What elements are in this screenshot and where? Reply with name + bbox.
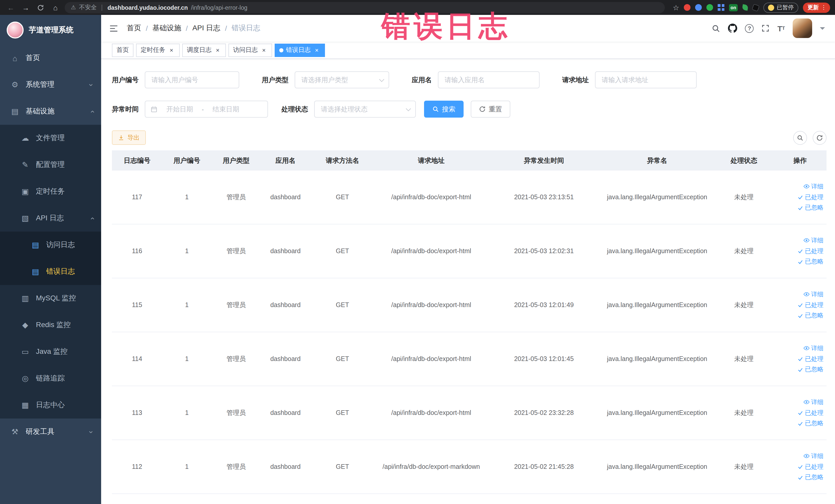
address-bar[interactable]: ⚠ 不安全 dashboard.yudao.iocoder.cn/infra/l… [65,2,665,13]
github-icon[interactable] [728,24,737,33]
avatar[interactable] [793,19,812,38]
cell-status: 未处理 [714,440,774,493]
forward-icon[interactable]: → [20,2,31,13]
url-host: dashboard.yudao.iocoder.cn [107,4,188,11]
hamburger-icon[interactable] [109,23,119,33]
ignored-link[interactable]: 已忽略 [797,258,823,266]
sidebar-item-trace[interactable]: ◎链路追踪 [0,365,101,392]
ignored-link[interactable]: 已忽略 [797,419,823,428]
sidebar-item-java[interactable]: ▭Java 监控 [0,338,101,365]
extension-green-icon[interactable] [707,4,713,11]
sidebar-item-mysql[interactable]: ▥MySQL 监控 [0,285,101,312]
end-date-input[interactable] [206,105,246,113]
cell-time: 2021-05-03 23:13:51 [488,170,600,224]
cell-method: GET [310,278,375,332]
detail-link[interactable]: 详细 [803,344,823,353]
column-header: 用户编号 [162,151,211,170]
sidebar-item-home[interactable]: ⌂首页 [0,45,101,72]
extension-pin-icon[interactable] [752,4,760,12]
detail-link[interactable]: 详细 [803,182,823,191]
sidebar-item-dev-tools[interactable]: ⚒研发工具› [0,419,101,445]
processed-link[interactable]: 已处理 [797,462,823,471]
tab-access-log[interactable]: 访问日志× [228,43,272,57]
sidebar-item-error-log[interactable]: ▤错误日志 [0,258,101,285]
app-name-input[interactable] [438,72,539,88]
tab-close-icon[interactable]: × [313,46,320,54]
breadcrumb-item[interactable]: 首页 [127,24,141,33]
processed-link[interactable]: 已处理 [797,355,823,363]
extension-grid-icon[interactable] [718,4,725,11]
start-date-input[interactable] [160,105,200,113]
check-icon [797,205,803,211]
breadcrumb-item[interactable]: 基础设施 [152,24,181,33]
help-icon[interactable]: ? [745,24,754,33]
paused-button[interactable]: 已暂停 [763,2,798,13]
cell-time: 2021-05-03 12:01:49 [488,278,600,332]
search-icon[interactable] [712,24,720,33]
bookmark-star-icon[interactable]: ☆ [673,3,679,12]
home-icon[interactable]: ⌂ [50,2,61,13]
exception-time-range-picker[interactable]: - [145,101,268,118]
process-status-select-input[interactable] [314,101,416,118]
toggle-search-button[interactable] [793,131,807,144]
warning-icon: ⚠ [71,4,76,11]
cell-app-name: dashboard [261,332,310,386]
sidebar-item-api-log[interactable]: ▧API 日志› [0,205,101,231]
detail-link[interactable]: 详细 [803,290,823,299]
user-type-select-input[interactable] [295,72,389,88]
check-icon [797,313,803,319]
detail-link[interactable]: 详细 [803,236,823,245]
extension-leaf-icon[interactable] [742,4,748,11]
sidebar-item-system[interactable]: ⚙系统管理› [0,72,101,98]
security-label: 不安全 [79,4,97,11]
chevron-down-icon: › [87,83,96,86]
chevron-down-icon[interactable] [820,27,825,32]
reset-button[interactable]: 重置 [471,101,510,118]
cell-method: GET [310,332,375,386]
refresh-button[interactable] [813,131,827,144]
logo[interactable]: 芋道管理系统 [0,15,101,45]
request-url-input[interactable] [595,72,697,88]
update-button[interactable]: 更新 ⋮ [803,2,830,13]
tab-close-icon[interactable]: × [168,46,175,54]
extension-red-icon[interactable] [684,4,691,11]
sidebar-item-job[interactable]: ▣定时任务 [0,178,101,205]
sidebar-item-infra[interactable]: ▤基础设施› [0,98,101,125]
processed-link[interactable]: 已处理 [797,247,823,256]
extension-on-badge[interactable]: on [729,4,738,11]
process-status-select[interactable] [314,101,416,118]
user-id-input[interactable] [145,72,239,88]
sidebar-item-redis[interactable]: ◆Redis 监控 [0,312,101,338]
tab-job[interactable]: 定时任务× [136,43,180,57]
tab-error-log[interactable]: 错误日志× [274,43,325,57]
tab-schedule-log[interactable]: 调度日志× [182,43,226,57]
user-type-select[interactable] [295,72,389,88]
detail-link[interactable]: 详细 [803,398,823,407]
ignored-link[interactable]: 已忽略 [797,311,823,320]
tab-close-icon[interactable]: × [260,46,267,54]
search-button[interactable]: 搜索 [424,101,464,118]
sidebar-item-label: Java 监控 [36,347,93,356]
sidebar-item-access-log[interactable]: ▤访问日志 [0,231,101,258]
export-button[interactable]: 导出 [112,130,146,145]
back-icon[interactable]: ← [5,2,16,13]
sidebar-item-config[interactable]: ✎配置管理 [0,152,101,178]
trace-icon: ◎ [21,374,30,383]
ignored-link[interactable]: 已忽略 [797,473,823,482]
reload-icon[interactable] [35,2,46,13]
processed-link[interactable]: 已处理 [797,301,823,309]
tab-home[interactable]: 首页 [112,43,134,57]
breadcrumb-item[interactable]: API 日志 [192,24,221,33]
ignored-link[interactable]: 已忽略 [797,204,823,212]
detail-link[interactable]: 详细 [803,452,823,461]
processed-link[interactable]: 已处理 [797,193,823,202]
ignored-link[interactable]: 已忽略 [797,365,823,374]
fullscreen-icon[interactable] [761,24,770,32]
processed-link[interactable]: 已处理 [797,408,823,417]
extension-blue-icon[interactable] [695,4,702,11]
tab-close-icon[interactable]: × [214,46,221,54]
reset-button-label: 重置 [489,104,502,114]
sidebar-item-file[interactable]: ☁文件管理 [0,125,101,152]
sidebar-item-log-center[interactable]: ▦日志中心 [0,392,101,419]
font-size-icon[interactable]: TT [777,24,785,33]
